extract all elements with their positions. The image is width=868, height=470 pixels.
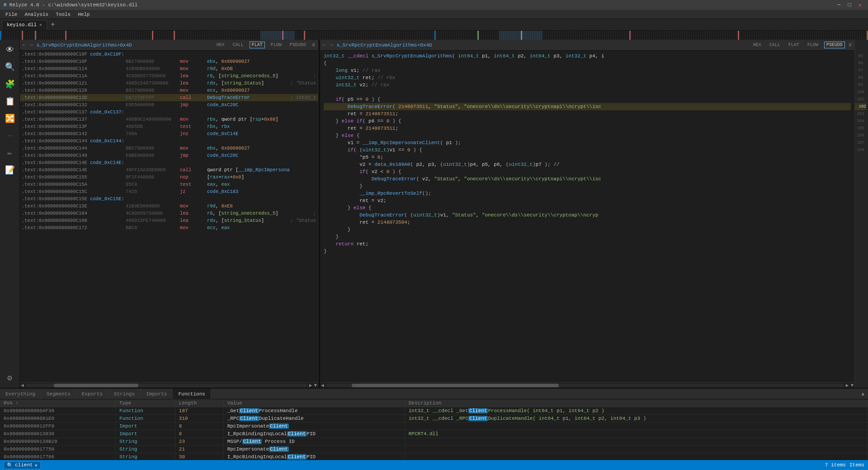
minimize-button[interactable]: ─ — [835, 2, 843, 9]
disasm-line-20[interactable]: .text:0x00000000000C172 BBC8 mov ecx, ea… — [20, 224, 318, 231]
left-view-pseudo[interactable]: PSEUDO — [288, 42, 308, 48]
left-nav-fwd[interactable]: → — [29, 42, 33, 48]
left-view-flat[interactable]: FLAT — [250, 42, 265, 48]
col-length[interactable]: Length — [175, 400, 223, 407]
right-view-call[interactable]: CALL — [767, 42, 783, 48]
right-scroll-right[interactable]: ▶ — [846, 382, 849, 388]
right-view-pseudo[interactable]: PSEUDO — [824, 42, 845, 48]
disasm-line-19[interactable]: .text:0x00000000000C168 488D15FE740000 l… — [20, 217, 318, 224]
table-row-3[interactable]: 0x000000000012FF8 Import 8 RpcImpersonat… — [0, 423, 868, 430]
col-rva[interactable]: RVA ↑ — [0, 400, 115, 407]
functions-table: RVA ↑ Type Length Value Description 0x00… — [0, 400, 868, 460]
left-panel-overflow[interactable]: ≡ — [312, 42, 315, 48]
right-scroll-down[interactable]: ▼ — [850, 383, 854, 388]
close-button[interactable]: ✕ — [856, 2, 864, 9]
pseudo-line-24: ret = 2148073504; — [324, 219, 851, 226]
disasm-line-3[interactable]: .text:0x00000000000C11A 4C8D0557750000 l… — [20, 72, 318, 80]
table-row-1[interactable]: 0x00000000000AF30 Function 187 _GetClien… — [0, 407, 868, 415]
disasm-line-15[interactable]: .text:0x00000000000C15A 85C0 test eax, e… — [20, 181, 318, 188]
pseudo-line-18: DebugTraceError( v2, "Status", "onecore\… — [324, 175, 851, 183]
titlebar-controls[interactable]: ─ □ ✕ — [835, 2, 864, 9]
tab-functions[interactable]: Functions — [173, 389, 211, 400]
menu-file[interactable]: File — [2, 10, 21, 19]
left-view-call[interactable]: CALL — [231, 42, 246, 48]
tab-segments[interactable]: Segments — [41, 389, 76, 400]
menu-tools[interactable]: Tools — [52, 10, 74, 19]
disasm-line-9[interactable]: .text:0x00000000000C13F 4885DB test rbx,… — [20, 123, 318, 130]
col-type[interactable]: Type — [115, 400, 175, 407]
bottom-tabs: Everything Segments Exports Strings Impo… — [0, 389, 868, 400]
sidebar-icon-flow[interactable]: 🔀 — [2, 110, 18, 127]
sidebar-icon-notes[interactable]: 📝 — [2, 162, 18, 178]
sidebar-icon-plugins[interactable]: 🧩 — [2, 76, 18, 92]
line-num-5: 99 — [858, 81, 863, 89]
disasm-line-17[interactable]: .text:0x00000000000C15E 41B9E8060000 mov… — [20, 202, 318, 210]
statusbar-search-box[interactable]: 🔍 client ✕ — [4, 461, 41, 469]
right-nav-back[interactable]: ← — [323, 42, 326, 48]
sidebar-icon-analysis[interactable]: 📋 — [2, 93, 18, 109]
bottom-section: Everything Segments Exports Strings Impo… — [0, 388, 868, 460]
bottom-content: RVA ↑ Type Length Value Description 0x00… — [0, 400, 868, 460]
bottom-table[interactable]: RVA ↑ Type Length Value Description 0x00… — [0, 400, 868, 460]
disasm-line-16[interactable]: .text:0x00000000000C15C 7425 jz code_0xC… — [20, 188, 318, 195]
tab-keyiso[interactable]: keyiso.dll ✕ — [2, 20, 47, 30]
pseudo-line-3: long v1; // rax — [324, 67, 851, 74]
disasm-line-1[interactable]: .text:0x00000000000C10F BB27000980 mov e… — [20, 58, 318, 65]
disasm-line-13[interactable]: .text:0x00000000000C14E 48FF15A36E0000 c… — [20, 166, 318, 174]
right-view-flow[interactable]: FLOW — [805, 42, 821, 48]
disasm-line-6[interactable]: .text:0x00000000000C12D E87278FFFF call … — [20, 94, 318, 101]
tab-everything[interactable]: Everything — [0, 389, 41, 400]
table-row-6[interactable]: 0x000000000017750 String 21 RpcImpersona… — [0, 446, 868, 453]
sidebar-icon-view[interactable]: 👁 — [2, 42, 18, 58]
left-view-hex[interactable]: HEX — [214, 42, 227, 48]
right-panel-overflow[interactable]: ≡ — [849, 42, 852, 48]
disasm-line-5[interactable]: .text:0x00000000000C128 B927000980 mov e… — [20, 87, 318, 94]
sidebar-icon-search[interactable]: 🔍 — [2, 59, 18, 75]
left-scroll-left[interactable]: ◀ — [21, 382, 24, 388]
left-panel-content[interactable]: .text:0x00000000000C10F code_0xC10F: .te… — [20, 51, 318, 382]
table-row-2[interactable]: 0x0000000000081E0 Function 310 _RPCClien… — [0, 415, 868, 423]
sidebar-icon-edit[interactable]: ✏ — [2, 145, 18, 161]
table-header: RVA ↑ Type Length Value Description — [0, 400, 868, 407]
tab-imports[interactable]: Imports — [141, 389, 173, 400]
left-view-flow[interactable]: FLOW — [269, 42, 284, 48]
tab-strings[interactable]: Strings — [108, 389, 141, 400]
sidebar-icon-settings[interactable]: ⚙ — [2, 370, 18, 386]
disasm-line-14[interactable]: .text:0x00000000000C155 0F1F440000 nop [… — [20, 174, 318, 181]
right-panel-content[interactable]: int32_t __cdecl s_SrvRpcCryptEnumAlgorit… — [320, 51, 854, 382]
table-row-5[interactable]: 0x0000000000138B28 String 23 MSSP/Client… — [0, 438, 868, 446]
disasm-line-7[interactable]: .text:0x00000000000C132 E9D5000000 jmp c… — [20, 101, 318, 108]
table-body: 0x00000000000AF30 Function 187 _GetClien… — [0, 407, 868, 461]
tab-add-button[interactable]: + — [47, 20, 59, 30]
disasm-line-18[interactable]: .text:0x00000000000C164 4C8D059750000 le… — [20, 210, 318, 217]
disasm-line-12[interactable]: .text:0x00000000000C149 E9BE000000 jmp c… — [20, 152, 318, 159]
left-scroll-right[interactable]: ▶ — [309, 382, 312, 388]
left-scroll-down[interactable]: ▼ — [314, 383, 317, 388]
col-description[interactable]: Description — [405, 400, 868, 407]
table-row-7[interactable]: 0x000000000017706 String 30 I_RpcBinding… — [0, 453, 868, 461]
right-view-hex[interactable]: HEX — [751, 42, 764, 48]
table-row-4[interactable]: 0x000000000013030 Import 8 I_RpcBindingI… — [0, 430, 868, 438]
disasm-line-2[interactable]: .text:0x00000000000C114 41B9DB860000 mov… — [20, 65, 318, 72]
disasm-line-4[interactable]: .text:0x00000000000C121 488D15487500000 … — [20, 80, 318, 87]
left-nav-back[interactable]: ← — [23, 42, 26, 48]
col-value[interactable]: Value — [223, 400, 405, 407]
disasm-line-11[interactable]: .text:0x00000000000C144 BB27000980 mov e… — [20, 145, 318, 152]
menu-help[interactable]: Help — [74, 10, 93, 19]
statusbar-search-clear[interactable]: ✕ — [35, 462, 38, 468]
tab-exports[interactable]: Exports — [76, 389, 108, 400]
pseudo-line-21: ret = v2; — [324, 197, 851, 204]
left-panel-hscroll[interactable]: ◀ ▶ ▼ — [20, 382, 318, 388]
menu-analysis[interactable]: Analysis — [21, 10, 52, 19]
disasm-line-8[interactable]: .text:0x00000000000C137 488B9C2488000000… — [20, 116, 318, 123]
right-scroll-left[interactable]: ◀ — [321, 382, 324, 388]
table-header-row: RVA ↑ Type Length Value Description — [0, 400, 868, 407]
right-view-flat[interactable]: FLAT — [786, 42, 802, 48]
tab-close-button[interactable]: ✕ — [39, 22, 42, 28]
search-icon: 🔍 — [7, 462, 13, 468]
right-nav-fwd[interactable]: → — [330, 42, 333, 48]
maximize-button[interactable]: □ — [845, 2, 854, 9]
bottom-expand-button[interactable]: ▲ — [858, 391, 868, 397]
disasm-line-10[interactable]: .text:0x00000000000C142 750A jnz code_0x… — [20, 130, 318, 137]
right-panel-hscroll[interactable]: ◀ ▶ ▼ — [320, 382, 854, 388]
